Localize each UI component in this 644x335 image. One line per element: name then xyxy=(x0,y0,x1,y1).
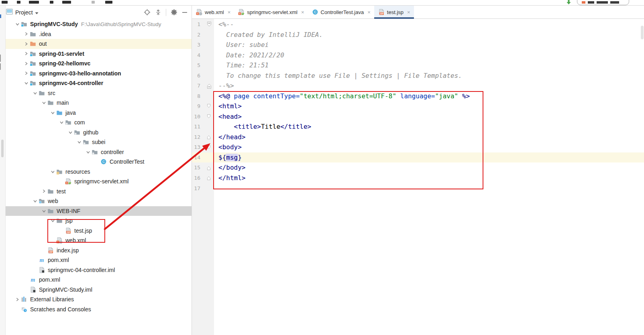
code-line-16[interactable]: </html> xyxy=(218,173,245,183)
tree-item-external-libraries[interactable]: External Libraries xyxy=(6,294,192,305)
run-configuration-combo[interactable] xyxy=(577,0,629,5)
collapse-all-icon[interactable] xyxy=(155,9,161,16)
tree-item-test-jsp[interactable]: JSPtest.jsp xyxy=(6,226,192,236)
chevron-expanded-icon[interactable] xyxy=(14,22,21,26)
chevron-collapsed-icon[interactable] xyxy=(22,32,30,36)
tree-item-springmvc-servlet-xml[interactable]: <springmvc-servlet.xml xyxy=(6,177,192,187)
tree-item-out[interactable]: out xyxy=(6,39,192,49)
code-line-13[interactable]: <body> xyxy=(218,142,242,152)
fold-marker-icon[interactable] xyxy=(206,112,211,122)
line-number: 12 xyxy=(192,132,200,142)
tree-item-main[interactable]: main xyxy=(6,98,192,108)
chevron-expanded-icon[interactable] xyxy=(75,140,83,144)
chevron-expanded-icon[interactable] xyxy=(40,209,47,213)
code-line-6[interactable]: To change this template use File | Setti… xyxy=(218,71,462,81)
chevron-expanded-icon[interactable] xyxy=(31,91,39,95)
tree-item-controller[interactable]: controller xyxy=(6,147,192,157)
project-panel-title[interactable]: Project xyxy=(15,9,33,16)
tree-item-idea[interactable]: .idea xyxy=(6,29,192,39)
tree-item-spring-02-hellomvc[interactable]: spring-02-hellomvc xyxy=(6,59,192,69)
maven-icon: m xyxy=(39,257,46,263)
xml-spring-icon: < xyxy=(65,178,72,185)
editor-scrollbar-thumb[interactable] xyxy=(641,26,644,39)
tree-item-springmvc-04-controller-iml[interactable]: springmvc-04-controller.iml xyxy=(6,265,192,275)
code-line-14[interactable]: ${msg} xyxy=(218,152,242,163)
tree-item-controllertest[interactable]: CControllerTest xyxy=(6,157,192,167)
svg-text:<: < xyxy=(239,12,240,15)
tree-item-scratches-and-consoles[interactable]: Scratches and Consoles xyxy=(6,305,192,315)
tree-item-subei[interactable]: subei xyxy=(6,137,192,147)
hide-panel-icon[interactable] xyxy=(182,10,187,15)
close-tab-icon[interactable]: × xyxy=(407,9,410,15)
locate-icon[interactable] xyxy=(144,9,151,16)
tree-item-src[interactable]: src xyxy=(6,88,192,98)
gear-icon[interactable] xyxy=(171,9,177,16)
tree-item-label: web.xml xyxy=(65,237,86,244)
chevron-expanded-icon[interactable] xyxy=(40,101,47,105)
tree-item-pom-xml[interactable]: mpom.xml xyxy=(6,255,192,265)
tree-item-springmvc-04-controller[interactable]: springmvc-04-controller xyxy=(6,78,192,88)
chevron-expanded-icon[interactable] xyxy=(31,199,39,203)
code-line-3[interactable]: User: subei xyxy=(218,40,269,50)
fold-marker-icon[interactable] xyxy=(206,173,211,183)
tree-item-pom-xml[interactable]: mpom.xml xyxy=(6,275,192,285)
code-line-12[interactable]: </head> xyxy=(218,132,245,142)
chevron-collapsed-icon[interactable] xyxy=(22,71,30,75)
chevron-collapsed-icon[interactable] xyxy=(14,297,21,302)
code-line-8[interactable]: <%@ page contentType="text/html;charset=… xyxy=(218,91,470,102)
chevron-collapsed-icon[interactable] xyxy=(22,42,30,46)
chevron-expanded-icon[interactable] xyxy=(49,219,56,223)
code-line-15[interactable]: </body> xyxy=(218,162,245,173)
chevron-expanded-icon[interactable] xyxy=(84,150,92,154)
chevron-collapsed-icon[interactable] xyxy=(40,189,47,193)
close-tab-icon[interactable]: × xyxy=(228,9,231,15)
tab-springmvc-servlet-xml[interactable]: <springmvc-servlet.xml× xyxy=(234,6,308,18)
tree-item-web[interactable]: web xyxy=(6,196,192,206)
tab-test-jsp[interactable]: JSPtest.jsp× xyxy=(374,6,414,18)
fold-marker-icon[interactable] xyxy=(206,101,211,112)
tree-item-springmvc-study[interactable]: SpringMVC-StudyF:\Java\Github\SpringMVC-… xyxy=(6,19,192,29)
tree-item-resources[interactable]: resources xyxy=(6,167,192,177)
chevron-expanded-icon[interactable] xyxy=(67,130,74,134)
fold-marker-icon[interactable] xyxy=(206,132,211,142)
run-green-arrow-icon[interactable] xyxy=(566,0,571,6)
chevron-expanded-icon[interactable] xyxy=(58,120,65,124)
chevron-expanded-icon[interactable] xyxy=(49,170,56,174)
fold-marker-icon[interactable] xyxy=(206,81,212,91)
editor-body[interactable]: 1234567891011121314151617 <%-- Created b… xyxy=(192,19,644,335)
code-line-11[interactable]: <title>Title</title> xyxy=(218,122,311,132)
chevron-expanded-icon[interactable] xyxy=(49,111,56,115)
tree-item-jsp[interactable]: jsp xyxy=(6,216,192,226)
tree-item-springmvc-study-iml[interactable]: SpringMVC-Study.iml xyxy=(6,285,192,295)
tree-item-springmvc-03-hello-annotation[interactable]: springmvc-03-hello-annotation xyxy=(6,69,192,79)
tree-item-com[interactable]: com xyxy=(6,118,192,128)
tree-item-web-xml[interactable]: <web.xml xyxy=(6,236,192,246)
code-line-4[interactable]: Date: 2021/2/20 xyxy=(218,50,284,61)
code-line-5[interactable]: Time: 21:51 xyxy=(218,60,269,71)
code-line-10[interactable]: <head> xyxy=(218,112,242,122)
tree-item-web-inf[interactable]: WEB-INF xyxy=(6,206,192,216)
code-line-7[interactable]: --%> xyxy=(218,81,234,91)
fold-marker-icon[interactable] xyxy=(206,162,211,173)
code-line-2[interactable]: Created by IntelliJ IDEA. xyxy=(218,30,323,40)
chevron-expanded-icon[interactable] xyxy=(22,81,30,85)
code-line-9[interactable]: <html> xyxy=(218,101,242,112)
tab-controllertest-java[interactable]: CControllerTest.java× xyxy=(308,6,374,18)
fold-marker-icon[interactable] xyxy=(206,19,212,30)
chevron-down-icon[interactable] xyxy=(35,9,39,16)
tree-item-spring-01-servlet[interactable]: spring-01-servlet xyxy=(6,49,192,59)
code-line-1[interactable]: <%-- xyxy=(218,19,234,30)
tree-item-label: resources xyxy=(65,169,90,175)
close-tab-icon[interactable]: × xyxy=(301,9,304,15)
tab-web-xml[interactable]: <web.xml× xyxy=(192,6,234,18)
chevron-collapsed-icon[interactable] xyxy=(22,61,30,66)
tree-item-test[interactable]: test xyxy=(6,187,192,197)
close-tab-icon[interactable]: × xyxy=(367,9,371,15)
tree-item-java[interactable]: java xyxy=(6,108,192,118)
fold-marker-icon[interactable] xyxy=(206,142,211,152)
chevron-collapsed-icon[interactable] xyxy=(22,51,30,56)
line-number: 9 xyxy=(192,101,200,112)
tree-item-index-jsp[interactable]: JSPindex.jsp xyxy=(6,246,192,256)
tree-item-github[interactable]: github xyxy=(6,128,192,138)
project-window-icon[interactable] xyxy=(6,8,13,16)
